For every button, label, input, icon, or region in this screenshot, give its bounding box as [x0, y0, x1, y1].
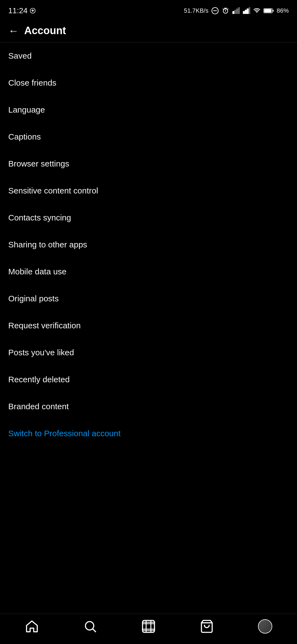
alarm-icon [222, 7, 229, 15]
menu-item-sensitive-content[interactable]: Sensitive content control [0, 177, 297, 204]
menu-item-label-recently-deleted: Recently deleted [8, 375, 70, 384]
dnd-icon [211, 7, 219, 15]
account-header: ← Account [0, 19, 297, 42]
nav-shop[interactable] [197, 616, 217, 636]
status-bar: 11:24 51.7KB/s [0, 0, 297, 19]
account-menu-list: SavedClose friendsLanguageCaptionsBrowse… [0, 42, 297, 614]
menu-item-close-friends[interactable]: Close friends [0, 69, 297, 96]
battery-icon [263, 8, 274, 14]
menu-item-label-language: Language [8, 105, 45, 114]
menu-item-mobile-data-use[interactable]: Mobile data use [0, 258, 297, 285]
menu-item-recently-deleted[interactable]: Recently deleted [0, 366, 297, 393]
back-button[interactable]: ← [8, 26, 19, 36]
svg-rect-15 [264, 9, 271, 13]
nav-home[interactable] [22, 616, 42, 636]
search-icon [83, 619, 97, 634]
nav-search[interactable] [80, 616, 100, 636]
svg-line-17 [93, 629, 96, 632]
status-time: 11:24 [8, 6, 36, 15]
svg-rect-12 [249, 7, 250, 13]
page-title: Account [24, 25, 66, 37]
menu-item-label-mobile-data-use: Mobile data use [8, 267, 67, 276]
svg-rect-5 [233, 11, 234, 13]
menu-item-posts-liked[interactable]: Posts you've liked [0, 339, 297, 366]
menu-item-captions[interactable]: Captions [0, 123, 297, 150]
svg-rect-10 [245, 10, 246, 14]
menu-item-label-posts-liked: Posts you've liked [8, 348, 74, 357]
svg-rect-20 [142, 629, 154, 630]
menu-item-branded-content[interactable]: Branded content [0, 393, 297, 420]
signal1-icon [232, 7, 240, 15]
menu-item-label-close-friends: Close friends [8, 78, 56, 88]
svg-rect-9 [243, 11, 244, 13]
back-arrow-icon: ← [8, 26, 19, 36]
network-speed: 51.7KB/s [184, 7, 208, 14]
profile-avatar [258, 619, 272, 634]
menu-item-browser-settings[interactable]: Browser settings [0, 150, 297, 177]
svg-rect-6 [235, 10, 236, 14]
menu-item-language[interactable]: Language [0, 96, 297, 123]
reels-icon [141, 619, 156, 634]
menu-item-label-saved: Saved [8, 51, 32, 61]
menu-item-label-captions: Captions [8, 132, 41, 141]
wifi-icon [253, 7, 261, 15]
menu-item-label-request-verification: Request verification [8, 321, 81, 330]
menu-item-label-branded-content: Branded content [8, 402, 69, 411]
nav-profile[interactable] [255, 616, 275, 636]
menu-item-label-switch-professional: Switch to Professional account [8, 429, 121, 438]
svg-rect-7 [237, 9, 238, 14]
menu-item-sharing-other-apps[interactable]: Sharing to other apps [0, 231, 297, 258]
svg-rect-8 [238, 7, 240, 13]
status-right-icons: 51.7KB/s [184, 7, 289, 15]
upload-icon [30, 8, 36, 14]
svg-rect-14 [273, 10, 274, 12]
svg-rect-11 [247, 9, 248, 14]
menu-item-label-browser-settings: Browser settings [8, 159, 69, 168]
menu-item-original-posts[interactable]: Original posts [0, 285, 297, 312]
home-icon [25, 619, 39, 634]
menu-item-label-sensitive-content: Sensitive content control [8, 186, 98, 195]
svg-rect-19 [142, 622, 154, 623]
menu-item-label-sharing-other-apps: Sharing to other apps [8, 240, 87, 249]
menu-item-contacts-syncing[interactable]: Contacts syncing [0, 204, 297, 231]
shop-icon [200, 619, 214, 634]
menu-item-label-contacts-syncing: Contacts syncing [8, 213, 71, 222]
signal2-icon [243, 7, 250, 15]
menu-item-saved[interactable]: Saved [0, 42, 297, 69]
menu-item-label-original-posts: Original posts [8, 294, 59, 303]
battery-percent: 86% [277, 7, 289, 14]
nav-reels[interactable] [139, 616, 158, 636]
menu-item-switch-professional[interactable]: Switch to Professional account [0, 420, 297, 447]
bottom-navigation [0, 614, 297, 644]
menu-item-request-verification[interactable]: Request verification [0, 312, 297, 339]
